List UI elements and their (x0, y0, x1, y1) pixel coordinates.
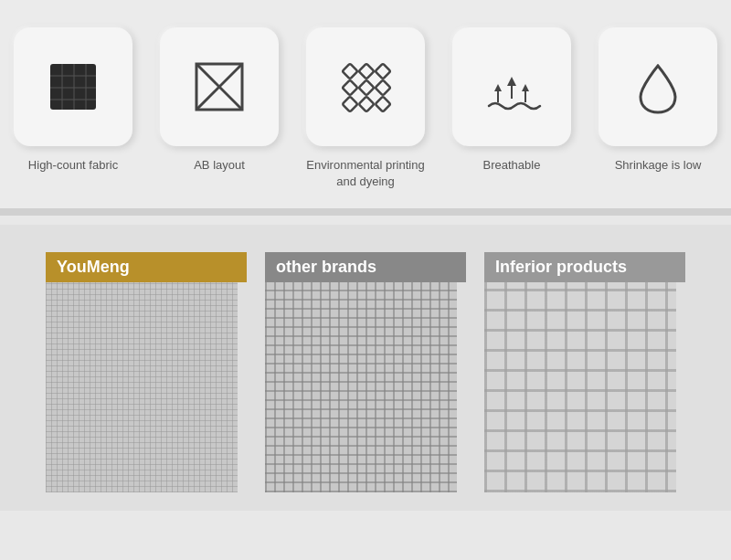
breathable-icon (480, 55, 544, 119)
svg-rect-11 (359, 64, 375, 79)
svg-marker-23 (522, 84, 529, 91)
svg-rect-24 (524, 91, 526, 102)
brand-card-youmeng: YouMeng (46, 252, 247, 492)
svg-rect-18 (376, 97, 391, 112)
brand-card-inferior: Inferior products (484, 252, 685, 492)
icon-box-env (306, 27, 425, 146)
svg-rect-13 (343, 80, 358, 96)
feature-label-high-count: High-count fabric (28, 157, 118, 174)
icon-box-breathable (452, 27, 571, 146)
svg-rect-0 (50, 64, 96, 110)
feature-shrinkage: Shrinkage is low (599, 27, 717, 174)
svg-rect-20 (497, 91, 499, 102)
svg-marker-21 (507, 77, 516, 86)
ab-icon (187, 55, 251, 119)
svg-rect-22 (511, 86, 513, 99)
icon-box-ab (160, 27, 279, 146)
svg-marker-19 (494, 84, 502, 91)
feature-breathable: Breathable (452, 27, 571, 174)
icon-box-shrinkage (599, 27, 717, 146)
grid-icon (334, 55, 397, 119)
svg-rect-15 (376, 80, 391, 96)
features-section: High-count fabric AB layout (0, 0, 731, 208)
svg-rect-14 (359, 80, 375, 96)
fabric-sample-inferior (484, 282, 676, 492)
brand-label-inferior: Inferior products (484, 252, 685, 282)
feature-high-count: High-count fabric (14, 27, 132, 174)
section-divider (0, 208, 731, 216)
icon-box-high-count (14, 27, 132, 146)
svg-rect-12 (376, 64, 391, 79)
feature-label-env: Environmental printingand dyeing (306, 157, 424, 190)
brand-label-youmeng: YouMeng (46, 252, 247, 282)
feature-label-shrinkage: Shrinkage is low (615, 157, 702, 174)
feature-env-printing: Environmental printingand dyeing (306, 27, 425, 190)
brand-card-other: other brands (265, 252, 466, 492)
fabric-sample-youmeng (46, 282, 238, 492)
fabric-icon (41, 55, 105, 119)
svg-rect-10 (343, 64, 358, 79)
svg-rect-16 (343, 97, 358, 112)
feature-ab-layout: AB layout (160, 27, 279, 174)
fabric-sample-other (265, 282, 457, 492)
drop-icon (626, 55, 690, 119)
brands-section: YouMeng other brands Inferior products (0, 225, 731, 511)
brand-label-other: other brands (265, 252, 466, 282)
svg-rect-17 (359, 97, 375, 112)
feature-label-ab: AB layout (194, 157, 245, 174)
feature-label-breathable: Breathable (483, 157, 541, 174)
